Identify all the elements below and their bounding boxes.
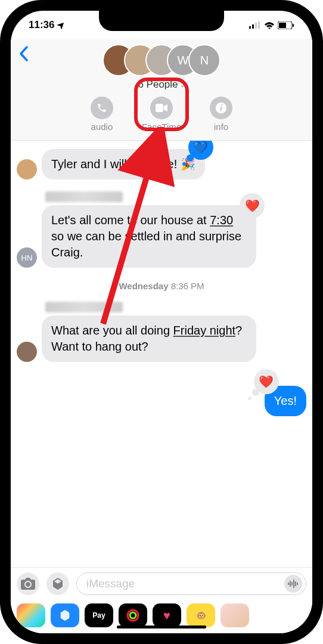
message-reaction[interactable]: ❤️ — [254, 369, 279, 394]
timestamp-day: Wednesday — [119, 281, 168, 291]
message-bubble[interactable]: Tyler and I will be there! 🎉 💙 — [42, 149, 205, 179]
message-list[interactable]: Tyler and I will be there! 🎉 💙 HN Let's … — [11, 141, 312, 567]
svg-rect-7 — [156, 104, 163, 112]
svg-point-18 — [130, 612, 136, 618]
sender-name-blurred — [45, 191, 123, 202]
camera-button[interactable] — [17, 572, 39, 595]
tray-memoji[interactable] — [220, 603, 249, 627]
timestamp-time: 8:36 PM — [171, 281, 204, 291]
svg-rect-2 — [255, 23, 257, 29]
battery-icon — [278, 21, 294, 29]
tray-applepay[interactable]: Pay — [85, 603, 113, 627]
tray-health[interactable]: ♥ — [153, 603, 181, 627]
svg-rect-16 — [297, 583, 298, 585]
chevron-left-icon — [19, 46, 29, 61]
audio-button[interactable]: audio — [91, 97, 113, 132]
camera-icon — [21, 578, 35, 590]
video-icon — [156, 104, 167, 112]
group-title-text: 6 People — [138, 79, 178, 91]
group-avatars[interactable]: W N — [18, 44, 305, 76]
message-bubble[interactable]: What are you all doing Friday night? Wan… — [42, 315, 256, 362]
appstore-icon — [51, 577, 65, 591]
message-avatar[interactable] — [17, 342, 37, 362]
info-icon: i — [215, 102, 227, 114]
svg-rect-5 — [279, 23, 286, 28]
sender-name-blurred — [45, 302, 123, 312]
svg-rect-11 — [288, 583, 289, 585]
message-avatar[interactable] — [17, 159, 37, 179]
tray-appstore[interactable] — [51, 603, 79, 627]
message-row: Yes! ❤️ — [17, 386, 306, 416]
svg-rect-14 — [293, 580, 294, 588]
message-row: Tyler and I will be there! 🎉 💙 — [17, 149, 306, 179]
message-avatar[interactable]: HN — [17, 247, 37, 268]
app-drawer-button[interactable] — [46, 572, 69, 595]
voice-message-button[interactable] — [284, 575, 302, 593]
message-bubble-outgoing[interactable]: Yes! ❤️ — [265, 386, 306, 416]
svg-rect-3 — [258, 21, 260, 29]
location-arrow-icon — [57, 21, 66, 29]
svg-rect-6 — [293, 24, 294, 27]
svg-rect-1 — [252, 24, 254, 29]
info-button[interactable]: i info — [210, 97, 232, 132]
message-input[interactable]: iMessage — [76, 572, 306, 595]
tray-photos[interactable] — [17, 603, 45, 627]
mic-waveform-icon — [288, 580, 299, 588]
back-button[interactable] — [19, 45, 29, 66]
svg-rect-0 — [249, 26, 251, 29]
phone-icon — [97, 103, 107, 113]
message-text: Yes! — [274, 394, 297, 407]
info-label: info — [214, 122, 228, 132]
input-placeholder: iMessage — [86, 577, 135, 590]
tray-activity[interactable] — [119, 603, 147, 627]
signal-icon — [249, 21, 261, 29]
conversation-header: W N 6 People ⌄ audio FaceTime i — [11, 39, 312, 141]
chevron-down-icon: ⌄ — [180, 81, 185, 89]
message-reaction[interactable]: ❤️ — [240, 193, 265, 218]
message-row: What are you all doing Friday night? Wan… — [17, 315, 306, 362]
message-text: Tyler and I will be there! 🎉 — [51, 157, 195, 171]
facetime-label: FaceTime — [142, 122, 181, 132]
message-reaction[interactable]: 💙 — [188, 141, 213, 160]
group-title[interactable]: 6 People ⌄ — [18, 79, 305, 91]
svg-rect-15 — [295, 581, 296, 586]
tray-animoji[interactable]: 🐵 — [187, 603, 215, 627]
wifi-icon — [264, 21, 275, 29]
home-indicator[interactable] — [117, 626, 206, 628]
audio-label: audio — [91, 122, 113, 132]
svg-rect-12 — [290, 581, 291, 587]
timestamp: Wednesday 8:36 PM — [17, 281, 306, 291]
message-bubble[interactable]: Let's all come to our house at 7:30 so w… — [42, 205, 256, 268]
avatar: N — [188, 44, 220, 76]
input-bar: iMessage — [11, 567, 312, 600]
svg-rect-13 — [291, 582, 293, 586]
status-time: 11:36 — [29, 19, 54, 31]
facetime-button[interactable]: FaceTime — [142, 97, 181, 132]
message-row: HN Let's all come to our house at 7:30 s… — [17, 205, 306, 268]
